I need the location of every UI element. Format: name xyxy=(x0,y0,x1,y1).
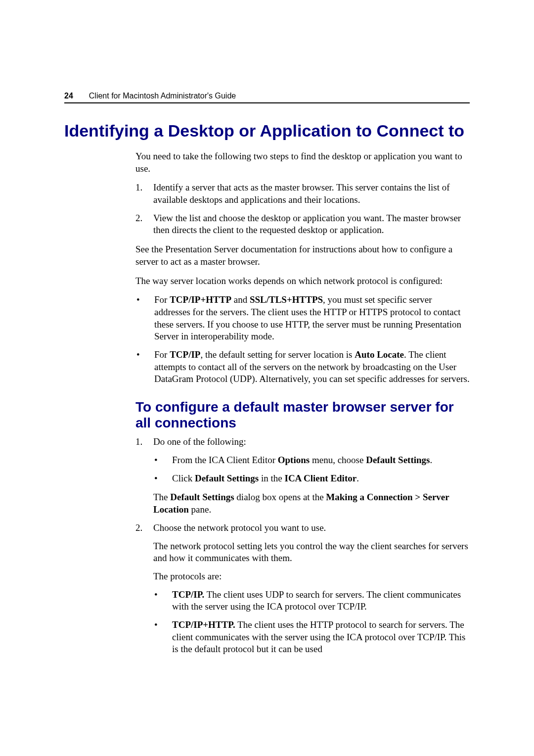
text: , the default setting for server locatio… xyxy=(200,349,355,360)
text-bold: Default Settings xyxy=(366,455,430,465)
paragraph: The network protocol setting lets you co… xyxy=(153,540,470,565)
text: For xyxy=(154,294,170,305)
result-text: The Default Settings dialog box opens at… xyxy=(153,491,470,516)
text-bold: TCP/IP xyxy=(170,349,200,360)
text: From the ICA Client Editor xyxy=(172,455,278,465)
bullet-list-protocols-detail: • TCP/IP. The client uses UDP to search … xyxy=(153,589,470,656)
list-item: 2. View the list and choose the desktop … xyxy=(135,212,470,236)
bullet-icon: • xyxy=(153,472,172,485)
text-bold: TCP/IP+HTTP. xyxy=(172,619,235,630)
bullet-list-protocols: • For TCP/IP+HTTP and SSL/TLS+HTTPS, you… xyxy=(135,294,470,385)
list-text: Click Default Settings in the ICA Client… xyxy=(172,472,359,485)
page-number: 24 xyxy=(64,92,73,100)
list-number: 2. xyxy=(135,522,153,662)
ordered-list-configure: 1. Do one of the following: • From the I… xyxy=(135,436,470,662)
list-number: 2. xyxy=(135,212,153,236)
bullet-icon: • xyxy=(153,454,172,467)
content-block: You need to take the following two steps… xyxy=(135,150,470,662)
text: menu, choose xyxy=(310,455,366,465)
page-header: 24 Client for Macintosh Administrator's … xyxy=(64,92,470,103)
ordered-list-steps: 1. Identify a server that acts as the ma… xyxy=(135,182,470,236)
text-bold: TCP/IP+HTTP xyxy=(170,294,231,305)
text-bold: Default Settings xyxy=(195,473,259,483)
heading-2: To configure a default master browser se… xyxy=(135,399,470,431)
list-item: • From the ICA Client Editor Options men… xyxy=(153,454,470,467)
bullet-list-options: • From the ICA Client Editor Options men… xyxy=(153,454,470,484)
list-text: Do one of the following: xyxy=(153,436,470,448)
text-bold: TCP/IP. xyxy=(172,589,204,600)
text-bold: Default Settings xyxy=(170,492,234,502)
text-bold: Options xyxy=(278,455,310,465)
text: . xyxy=(430,455,432,465)
list-item: • TCP/IP+HTTP. The client uses the HTTP … xyxy=(153,619,470,656)
list-item: • Click Default Settings in the ICA Clie… xyxy=(153,472,470,485)
list-text: For TCP/IP+HTTP and SSL/TLS+HTTPS, you m… xyxy=(154,294,470,343)
list-text: Choose the network protocol you want to … xyxy=(153,522,470,534)
list-text: For TCP/IP, the default setting for serv… xyxy=(154,349,470,385)
text-bold: SSL/TLS+HTTPS xyxy=(250,294,323,305)
list-body: Do one of the following: • From the ICA … xyxy=(153,436,470,516)
list-number: 1. xyxy=(135,436,153,516)
list-text: View the list and choose the desktop or … xyxy=(153,212,470,236)
bullet-icon: • xyxy=(135,349,154,385)
bullet-icon: • xyxy=(135,294,154,343)
bullet-icon: • xyxy=(153,619,172,656)
list-item: 1. Do one of the following: • From the I… xyxy=(135,436,470,516)
paragraph: See the Presentation Server documentatio… xyxy=(135,243,470,268)
bullet-icon: • xyxy=(153,589,172,613)
list-body: Choose the network protocol you want to … xyxy=(153,522,470,662)
document-page: 24 Client for Macintosh Administrator's … xyxy=(0,0,534,756)
list-item: • For TCP/IP+HTTP and SSL/TLS+HTTPS, you… xyxy=(135,294,470,343)
list-item: 1. Identify a server that acts as the ma… xyxy=(135,182,470,206)
list-number: 1. xyxy=(135,182,153,206)
text: The xyxy=(153,492,170,502)
paragraph: The protocols are: xyxy=(153,570,470,583)
text-bold: ICA Client Editor xyxy=(284,473,356,483)
text: For xyxy=(154,349,170,360)
list-item: • TCP/IP. The client uses UDP to search … xyxy=(153,589,470,613)
text: and xyxy=(231,294,250,305)
list-text: From the ICA Client Editor Options menu,… xyxy=(172,454,432,467)
heading-1: Identifying a Desktop or Application to … xyxy=(64,121,470,141)
list-text: TCP/IP+HTTP. The client uses the HTTP pr… xyxy=(172,619,470,656)
text-bold: Auto Locate xyxy=(355,349,404,360)
list-item: 2. Choose the network protocol you want … xyxy=(135,522,470,662)
list-item: • For TCP/IP, the default setting for se… xyxy=(135,349,470,385)
text: . xyxy=(356,473,359,483)
text: dialog box opens at the xyxy=(234,492,326,502)
text: Click xyxy=(172,473,195,483)
text: The client uses UDP to search for server… xyxy=(172,589,461,612)
paragraph: The way server location works depends on… xyxy=(135,275,470,287)
list-text: Identify a server that acts as the maste… xyxy=(153,182,470,206)
text: in the xyxy=(259,473,284,483)
list-text: TCP/IP. The client uses UDP to search fo… xyxy=(172,589,470,613)
text: pane. xyxy=(189,504,211,515)
header-title: Client for Macintosh Administrator's Gui… xyxy=(89,92,236,100)
intro-paragraph: You need to take the following two steps… xyxy=(135,150,470,175)
